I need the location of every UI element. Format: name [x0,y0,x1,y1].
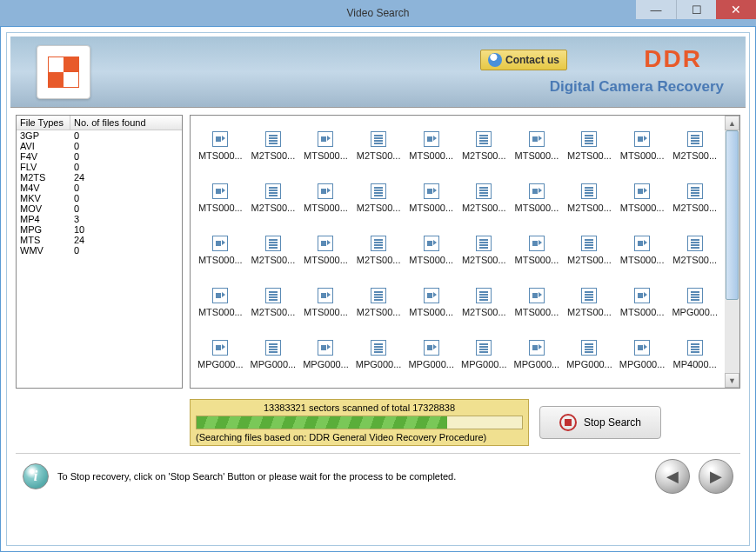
file-label: M2TS00... [357,255,401,265]
file-item[interactable]: MTS000... [618,236,667,265]
file-item[interactable]: M2TS00... [565,183,614,213]
stop-search-button[interactable]: Stop Search [539,406,661,439]
file-item[interactable]: MPG000... [406,340,456,369]
file-icon [371,183,386,199]
maximize-button[interactable]: ☐ [676,0,716,19]
file-item[interactable]: MPG000... [459,340,509,369]
file-label: MTS000... [198,255,243,265]
file-type-row[interactable]: M4V0 [17,183,182,193]
file-item[interactable]: M2TS00... [459,288,509,317]
file-item[interactable]: MPG000... [512,340,562,369]
file-type-row[interactable]: MTS24 [17,235,182,245]
file-item[interactable]: M2TS00... [354,131,404,161]
file-item[interactable]: M2TS00... [354,183,404,213]
file-item[interactable]: MTS000... [196,183,245,213]
file-item[interactable]: M2TS00... [249,288,298,317]
file-item[interactable]: MTS000... [512,183,562,213]
search-procedure: (Searching files based on: DDR General V… [192,431,526,443]
col-files-found[interactable]: No. of files found [70,116,182,130]
file-label: MTS000... [304,150,348,161]
file-item[interactable]: M2TS00... [670,236,719,265]
file-label: M2TS00... [357,203,401,213]
file-type-row[interactable]: MKV0 [17,193,182,203]
file-icon [634,236,650,251]
file-item[interactable]: M2TS00... [565,288,614,317]
file-item[interactable]: MTS000... [301,131,351,161]
file-item[interactable]: MPG000... [354,340,404,369]
file-item[interactable]: M2TS00... [565,236,614,265]
file-item[interactable]: MTS000... [512,288,562,317]
file-item[interactable]: MPG000... [196,340,245,369]
file-label: M2TS00... [251,203,296,213]
file-type-row[interactable]: M2TS24 [17,172,182,183]
file-item[interactable]: M2TS00... [670,183,719,213]
file-item[interactable]: M2TS00... [249,236,298,265]
file-item[interactable]: MPG000... [618,340,667,369]
file-icon [687,131,703,147]
file-item[interactable]: M2TS00... [459,236,509,265]
contact-us-button[interactable]: Contact us [480,50,567,70]
file-icon [581,236,597,251]
file-icon [424,236,439,251]
file-item[interactable]: MP4000... [670,340,719,369]
file-item[interactable]: MTS000... [512,236,562,265]
back-button[interactable]: ◀ [655,459,690,494]
file-item[interactable]: MTS000... [301,236,351,265]
file-item[interactable]: MTS000... [196,288,245,317]
file-count: 0 [70,193,83,203]
scroll-up-button[interactable]: ▲ [725,116,739,130]
file-item[interactable]: MTS000... [196,236,245,265]
window-controls: — ☐ ✕ [636,0,756,19]
file-icon [634,288,650,303]
file-item[interactable]: MTS000... [618,131,667,161]
file-item[interactable]: MTS000... [196,131,245,161]
file-item[interactable]: MPG000... [249,340,298,369]
file-item[interactable]: MTS000... [406,131,456,161]
file-type-row[interactable]: 3GP0 [17,130,182,141]
file-item[interactable]: MTS000... [512,131,562,161]
minimize-button[interactable]: — [636,0,676,19]
file-icon [318,183,333,199]
file-item[interactable]: MPG000... [670,288,719,317]
file-icon [529,288,545,303]
file-type-row[interactable]: MPG10 [17,224,182,235]
window-title: Video Search [347,7,410,19]
file-item[interactable]: MTS000... [406,288,456,317]
progress-box: 13383321 sectors scanned of total 173288… [190,399,529,446]
next-button[interactable]: ▶ [699,459,733,494]
file-item[interactable]: MTS000... [301,288,351,317]
file-icon [212,183,228,199]
file-item[interactable]: M2TS00... [249,183,298,213]
file-item[interactable]: M2TS00... [565,131,614,161]
scroll-down-button[interactable]: ▼ [725,373,739,388]
file-type-row[interactable]: WMV0 [17,245,182,256]
file-label: MTS000... [515,255,559,265]
file-type-row[interactable]: MOV0 [17,203,182,214]
file-item[interactable]: MTS000... [406,236,456,265]
file-type-name: M2TS [17,172,70,183]
scrollbar[interactable]: ▲ ▼ [725,116,739,388]
file-item[interactable]: MTS000... [618,288,667,317]
file-icon [318,288,333,303]
scroll-thumb[interactable] [726,130,739,300]
file-item[interactable]: M2TS00... [354,236,404,265]
file-item[interactable]: MTS000... [301,183,351,213]
file-item[interactable]: M2TS00... [459,131,509,161]
file-item[interactable]: M2TS00... [459,183,509,213]
file-item[interactable]: MTS000... [618,183,667,213]
file-label: MTS000... [515,150,559,161]
file-item[interactable]: MTS000... [406,183,456,213]
col-file-types[interactable]: File Types [17,116,70,130]
file-type-row[interactable]: AVI0 [17,141,182,151]
file-item[interactable]: MPG000... [565,340,614,369]
file-type-row[interactable]: F4V0 [17,151,182,162]
file-label: M2TS00... [462,255,506,265]
file-item[interactable]: MPG000... [301,340,351,369]
file-type-row[interactable]: MP43 [17,214,182,224]
file-item[interactable]: M2TS00... [670,131,719,161]
file-item[interactable]: M2TS00... [249,131,298,161]
scroll-track[interactable] [725,130,739,373]
file-item[interactable]: M2TS00... [354,288,404,317]
close-button[interactable]: ✕ [716,0,756,19]
file-type-row[interactable]: FLV0 [17,162,182,172]
